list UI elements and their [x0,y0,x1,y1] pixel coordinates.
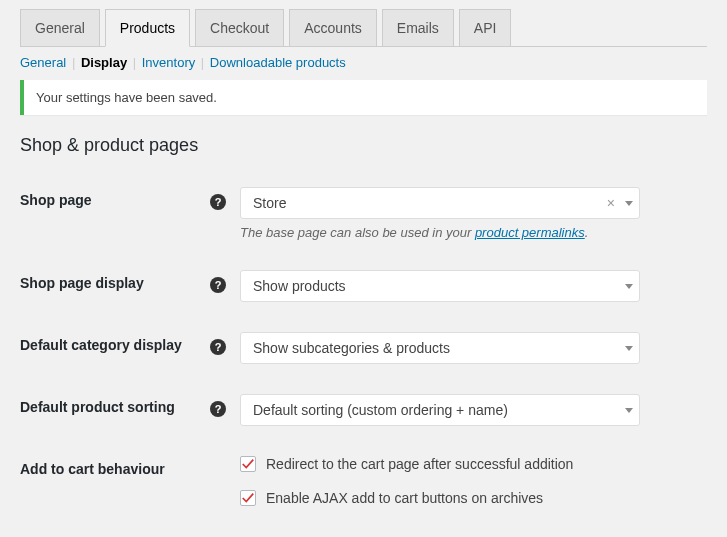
check-icon [241,457,255,471]
permalinks-link[interactable]: product permalinks [475,225,585,240]
subtab-inventory[interactable]: Inventory [142,55,195,70]
redirect-checkbox[interactable] [240,456,256,472]
subtab-downloadable[interactable]: Downloadable products [210,55,346,70]
shop-page-display-value: Show products [253,278,346,294]
ajax-checkbox[interactable] [240,490,256,506]
main-tabs: General Products Checkout Accounts Email… [20,0,707,47]
label-shop-page-display: Shop page display [20,275,144,291]
tab-checkout[interactable]: Checkout [195,9,284,47]
desc-suffix: . [585,225,589,240]
separator: | [133,55,140,70]
subtab-general[interactable]: General [20,55,66,70]
success-notice: Your settings have been saved. [20,80,707,115]
help-icon[interactable] [210,401,226,417]
default-category-display-select[interactable]: Show subcategories & products [240,332,640,364]
tab-accounts[interactable]: Accounts [289,9,377,47]
help-icon[interactable] [210,339,226,355]
tab-emails[interactable]: Emails [382,9,454,47]
separator: | [201,55,208,70]
chevron-down-icon [625,346,633,351]
default-product-sorting-select[interactable]: Default sorting (custom ordering + name) [240,394,640,426]
tab-general[interactable]: General [20,9,100,47]
label-default-category-display: Default category display [20,337,182,353]
notice-text: Your settings have been saved. [36,90,217,105]
ajax-label: Enable AJAX add to cart buttons on archi… [266,490,543,506]
check-icon [241,491,255,505]
clear-icon[interactable]: × [607,195,615,211]
default-product-sorting-value: Default sorting (custom ordering + name) [253,402,508,418]
help-icon[interactable] [210,277,226,293]
tab-products[interactable]: Products [105,9,190,47]
chevron-down-icon [625,408,633,413]
tab-api[interactable]: API [459,9,512,47]
shop-page-display-select[interactable]: Show products [240,270,640,302]
shop-page-value: Store [253,195,286,211]
label-shop-page: Shop page [20,192,92,208]
subtab-display[interactable]: Display [81,55,127,70]
sub-tabs: General | Display | Inventory | Download… [20,55,707,70]
label-add-to-cart-behaviour: Add to cart behaviour [20,461,165,477]
chevron-down-icon [625,284,633,289]
separator: | [72,55,79,70]
help-icon[interactable] [210,194,226,210]
desc-prefix: The base page can also be used in your [240,225,475,240]
shop-page-description: The base page can also be used in your p… [240,225,697,240]
chevron-down-icon [625,201,633,206]
shop-page-select[interactable]: Store × [240,187,640,219]
label-default-product-sorting: Default product sorting [20,399,175,415]
default-category-display-value: Show subcategories & products [253,340,450,356]
redirect-label: Redirect to the cart page after successf… [266,456,573,472]
section-title: Shop & product pages [20,135,707,156]
